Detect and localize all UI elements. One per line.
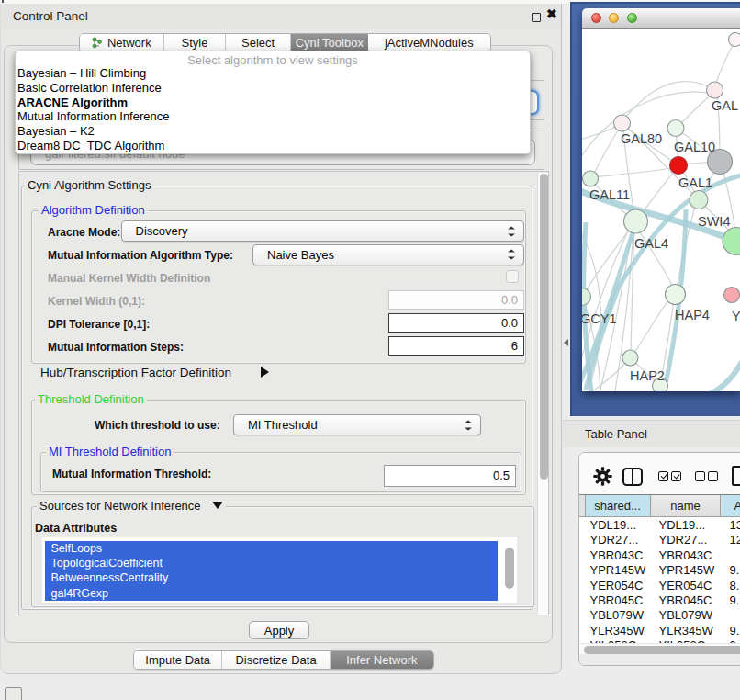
table-hscrollbar-thumb[interactable] [584, 646, 740, 654]
network-node[interactable] [707, 82, 723, 98]
hub-definition-label[interactable]: Hub/Transcription Factor Definition [40, 366, 231, 379]
attributes-list-scrollbar[interactable] [505, 548, 514, 589]
network-node[interactable] [583, 171, 599, 186]
table-cell[interactable]: 9. [730, 563, 740, 578]
table-cell[interactable]: YDL19... [590, 518, 651, 533]
network-node[interactable] [624, 209, 648, 233]
mi-steps-field[interactable]: 6 [388, 336, 524, 356]
table-cell[interactable]: YBR043C [659, 548, 720, 563]
unchecked-checkbox-icon[interactable] [695, 471, 705, 481]
table-cell[interactable]: YPR145W [659, 563, 720, 578]
data-attributes-list[interactable]: SelfLoopsTopologicalCoefficientBetweenne… [42, 537, 517, 603]
column-header-shared-name[interactable]: shared... [585, 495, 651, 516]
network-edge[interactable] [593, 167, 677, 177]
apply-button[interactable]: Apply [249, 621, 309, 639]
table-cell[interactable]: YLR345W [590, 624, 651, 638]
sources-group-title[interactable]: Sources for Network Inference [37, 500, 226, 513]
network-node[interactable] [729, 33, 740, 47]
column-header-name[interactable]: name [652, 495, 721, 516]
network-node[interactable] [622, 350, 638, 366]
tab-select[interactable]: Select [226, 34, 291, 51]
kernel-width-field[interactable]: 0.0 [388, 290, 524, 310]
which-threshold-combobox[interactable]: MI Threshold [233, 414, 481, 435]
table-cell[interactable]: 12 [730, 533, 740, 548]
network-node[interactable] [666, 285, 686, 305]
table-cell[interactable]: YBR045C [659, 593, 720, 608]
table-row[interactable]: YBL079WYBL079W [579, 608, 740, 623]
float-window-icon[interactable] [532, 13, 541, 22]
aracne-mode-combobox[interactable]: Discovery [121, 220, 524, 242]
tab-cyni-toolbox[interactable]: Cyni Toolbox [291, 34, 368, 51]
network-canvas[interactable]: GALGAL80GAL10GAL1GAL11SWI4GAL4GCY1HAP4YH… [582, 29, 740, 391]
table-cell[interactable]: 8. [730, 579, 740, 593]
network-edge[interactable] [634, 299, 669, 353]
checked-checkbox-icon[interactable] [658, 471, 668, 481]
checked-checkbox-icon[interactable] [671, 471, 681, 481]
network-edge-thick[interactable] [707, 362, 740, 391]
table-cell[interactable]: YDR27... [590, 533, 651, 548]
table-row[interactable]: YLR345WYLR345W9. [579, 624, 740, 638]
table-row[interactable]: YDL19...YDL19...13 [579, 518, 740, 533]
dropdown-item[interactable]: Dream8 DC_TDC Algorithm [16, 139, 530, 153]
settings-scrollbar-track[interactable] [537, 173, 548, 615]
expand-right-icon[interactable] [261, 367, 269, 378]
mac-minimize-icon[interactable] [609, 13, 619, 23]
network-edge[interactable] [678, 92, 714, 127]
mac-zoom-icon[interactable] [627, 13, 637, 23]
unchecked-checkbox-icon[interactable] [708, 471, 718, 481]
table-row[interactable]: YBR043CYBR043C [579, 548, 740, 563]
network-node[interactable] [667, 120, 684, 137]
table-hscrollbar-track[interactable] [579, 643, 740, 654]
dropdown-item[interactable]: Basic Correlation Inference [16, 81, 530, 96]
tab-discretize-data[interactable]: Discretize Data [222, 651, 330, 669]
network-node[interactable] [723, 228, 740, 255]
manual-kernel-checkbox[interactable] [506, 270, 519, 283]
table-cell[interactable]: YBL079W [659, 608, 720, 623]
mi-type-combobox[interactable]: Naive Bayes [252, 244, 524, 265]
tab-jactivemnodules[interactable]: jActiveMNodules [368, 34, 490, 51]
table-cell[interactable]: 9. [730, 624, 740, 638]
table-row[interactable]: YER054CYER054C8. [579, 579, 740, 593]
table-cell[interactable]: YBR045C [590, 593, 651, 608]
dpi-tolerance-field[interactable]: 0.0 [388, 313, 524, 333]
column-header-third[interactable]: A [722, 495, 740, 516]
table-cell[interactable]: YER054C [590, 579, 651, 593]
network-edge-thick[interactable] [586, 175, 740, 390]
tab-infer-network[interactable]: Infer Network [331, 651, 433, 669]
attribute-list-item[interactable]: BetweennessCentrality [45, 570, 498, 585]
network-node[interactable] [582, 288, 591, 306]
attribute-list-item[interactable]: SelfLoops [45, 541, 498, 556]
tab-impute-data[interactable]: Impute Data [134, 651, 222, 669]
table-cell[interactable]: 9. [730, 593, 740, 608]
mi-threshold-field[interactable]: 0.5 [384, 465, 516, 487]
dropdown-item[interactable]: Bayesian – Hill Climbing [16, 66, 530, 81]
network-edge[interactable] [716, 41, 734, 83]
table-row[interactable]: YPR145WYPR145W9. [579, 563, 740, 578]
dropdown-item[interactable]: Mutual Information Inference [16, 109, 530, 124]
table-cell[interactable]: YLR345W [659, 624, 720, 638]
table-row[interactable]: YDR27...YDR27...12 [579, 533, 740, 548]
attribute-list-item[interactable]: gal4RGexp [45, 586, 498, 601]
network-edge[interactable] [592, 126, 621, 177]
network-edge[interactable] [622, 82, 714, 121]
dropdown-item[interactable]: Bayesian – K2 [16, 124, 530, 139]
network-node[interactable] [724, 288, 740, 303]
split-view-icon[interactable] [622, 468, 643, 486]
table-cell[interactable]: YDL19... [659, 518, 720, 533]
table-cell[interactable]: YDR27... [659, 533, 720, 548]
settings-scrollbar-thumb[interactable] [540, 174, 548, 480]
panel-collapse-arrow-icon[interactable] [564, 339, 568, 346]
network-node[interactable] [614, 115, 631, 131]
tab-network[interactable]: Network [80, 34, 164, 51]
table-cell[interactable]: 13 [730, 518, 740, 533]
network-node[interactable] [670, 157, 688, 175]
mac-close-icon[interactable] [591, 13, 601, 23]
table-cell[interactable]: YPR145W [590, 563, 651, 578]
table-cell[interactable]: YER054C [659, 579, 720, 593]
document-icon[interactable] [732, 466, 740, 486]
tab-style[interactable]: Style [164, 34, 227, 51]
close-icon[interactable]: ✖ [546, 6, 557, 21]
attribute-list-item[interactable]: TopologicalCoefficient [45, 556, 498, 570]
network-node[interactable] [690, 191, 708, 209]
table-row[interactable]: YBR045CYBR045C9. [579, 593, 740, 608]
